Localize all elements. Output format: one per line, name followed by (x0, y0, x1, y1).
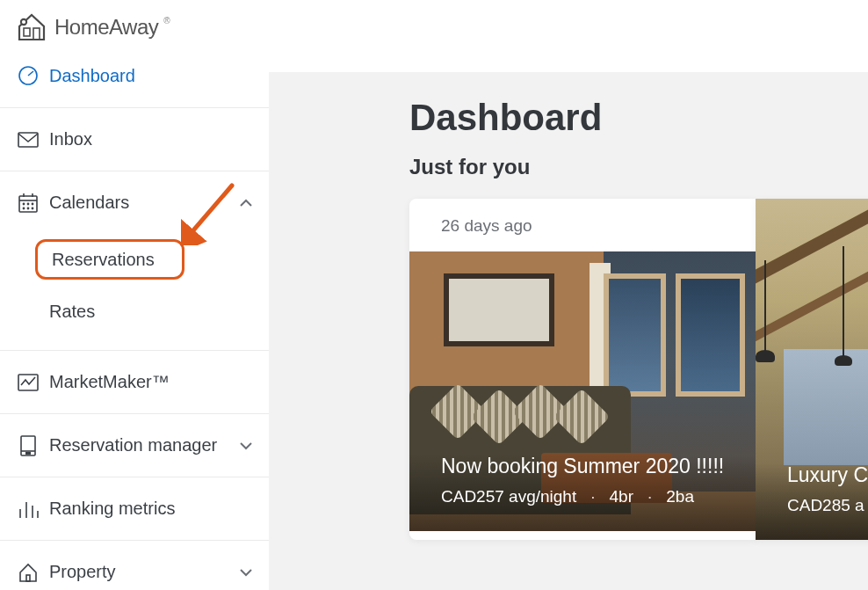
sidebar-label: Dashboard (49, 66, 135, 86)
listing-bathrooms: 2ba (666, 487, 694, 506)
svg-rect-1 (33, 28, 40, 40)
sidebar-sub-label: Rates (49, 302, 95, 322)
brand-logo[interactable]: HomeAway ® (16, 12, 172, 42)
listing-title: Luxury Ca (787, 463, 864, 487)
sidebar-label: Property (49, 562, 116, 582)
calendars-subnav: Reservations Rates (0, 239, 269, 334)
svg-rect-0 (24, 28, 30, 36)
sidebar-item-reservation-manager[interactable]: Reservation manager (0, 413, 269, 477)
svg-point-10 (23, 203, 24, 204)
inbox-icon (7, 131, 49, 149)
listing-card[interactable]: 26 days ago Now booking Summer 2020 !!!!… (409, 199, 756, 540)
app-header: HomeAway ® (0, 0, 868, 55)
chevron-up-icon (239, 195, 253, 211)
sidebar-item-calendars[interactable]: Calendars (0, 171, 269, 234)
svg-point-15 (32, 208, 33, 208)
calendar-icon (7, 192, 49, 215)
svg-point-12 (32, 203, 33, 204)
sidebar-item-marketmaker[interactable]: MarketMaker™ (0, 350, 269, 413)
sidebar-label: Reservation manager (49, 435, 217, 455)
listing-price: CAD285 a (787, 496, 864, 515)
sidebar-nav: Dashboard Inbox Calend (0, 44, 269, 590)
sidebar-item-inbox[interactable]: Inbox (0, 107, 269, 171)
sidebar-label: Calendars (49, 193, 129, 213)
reservation-manager-icon (7, 434, 49, 457)
svg-point-14 (27, 208, 28, 208)
sidebar-label: MarketMaker™ (49, 372, 170, 392)
ranking-metrics-icon (7, 499, 49, 520)
sidebar-sub-label: Reservations (52, 250, 155, 270)
listing-meta: CAD257 avg/night · 4br · 2ba (441, 487, 724, 506)
card-overlay: Luxury Ca CAD285 a (756, 463, 868, 540)
svg-rect-19 (25, 452, 31, 455)
listing-cards: 26 days ago Now booking Summer 2020 !!!!… (409, 199, 868, 540)
sidebar-label: Ranking metrics (49, 499, 175, 519)
svg-point-11 (27, 203, 28, 204)
chevron-down-icon (239, 438, 253, 454)
sidebar-subitem-rates[interactable]: Rates (0, 288, 269, 334)
homeaway-house-icon (16, 12, 47, 42)
meta-separator: · (647, 487, 652, 506)
card-age: 26 days ago (409, 199, 756, 251)
sidebar-label: Inbox (49, 129, 92, 149)
sidebar-item-property[interactable]: Property (0, 540, 269, 590)
svg-rect-24 (26, 575, 30, 581)
listing-photo: Now booking Summer 2020 !!!!! CAD257 avg… (409, 251, 756, 531)
listing-photo: Luxury Ca CAD285 a (756, 199, 868, 540)
svg-point-13 (23, 208, 24, 208)
page-title: Dashboard (409, 97, 868, 139)
svg-point-3 (22, 20, 25, 24)
sidebar-item-ranking-metrics[interactable]: Ranking metrics (0, 477, 269, 540)
svg-rect-5 (18, 133, 38, 147)
listing-bedrooms: 4br (610, 487, 633, 506)
listing-card[interactable]: Luxury Ca CAD285 a (756, 199, 868, 540)
brand-name: HomeAway (54, 15, 158, 40)
card-overlay: Now booking Summer 2020 !!!!! CAD257 avg… (409, 455, 756, 531)
listing-meta: CAD285 a (787, 496, 864, 515)
registered-mark: ® (163, 16, 170, 25)
property-icon (7, 561, 49, 584)
main-content: Dashboard Just for you 26 days ago Now b… (269, 72, 868, 590)
section-heading: Just for you (409, 155, 868, 179)
meta-separator: · (590, 487, 595, 506)
dashboard-icon (7, 64, 49, 87)
listing-price: CAD257 avg/night (441, 487, 576, 506)
listing-title: Now booking Summer 2020 !!!!! (441, 455, 724, 478)
marketmaker-icon (7, 373, 49, 392)
chevron-down-icon (239, 565, 253, 580)
sidebar-subitem-reservations[interactable]: Reservations (35, 239, 184, 280)
